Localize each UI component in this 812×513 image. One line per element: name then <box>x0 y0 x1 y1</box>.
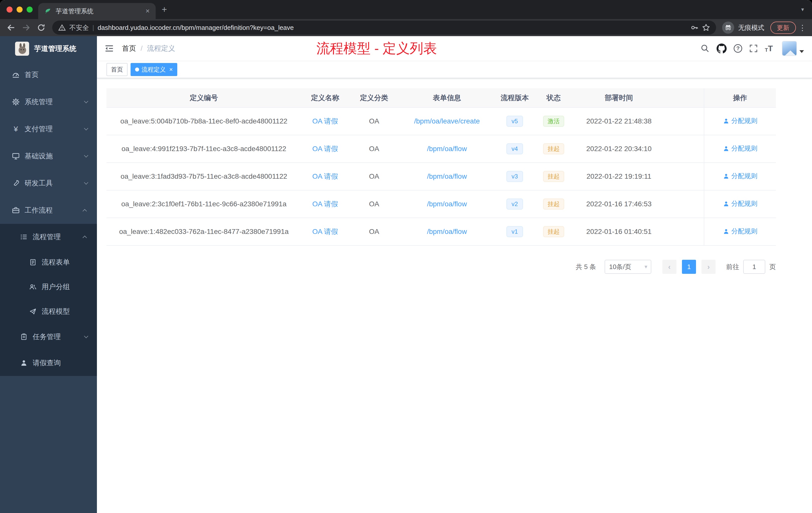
sidebar-item-user-group[interactable]: 用户分组 <box>0 275 97 299</box>
window-close-button[interactable] <box>6 6 12 12</box>
sidebar-fold-icon[interactable] <box>105 44 114 53</box>
app-logo <box>15 42 29 56</box>
sidebar-item-process-form[interactable]: 流程表单 <box>0 250 97 275</box>
reload-button[interactable] <box>34 21 48 35</box>
app-root: 芋道管理系统 首页 系统管理 ¥ 支付 <box>0 36 812 513</box>
forward-button[interactable] <box>19 21 33 35</box>
tag-close-icon[interactable]: × <box>169 66 173 73</box>
cell-version: v5 <box>495 108 535 135</box>
cell-definition-id: oa_leave:3:1fad3d93-7b75-11ec-a3c8-acde4… <box>107 163 301 190</box>
person-icon <box>20 359 28 367</box>
github-icon[interactable] <box>717 43 727 54</box>
new-tab-button[interactable]: + <box>162 5 167 14</box>
col-operation: 操作 <box>704 88 776 108</box>
update-button[interactable]: 更新 <box>770 22 796 34</box>
cell-version: v4 <box>495 135 535 163</box>
sidebar-item-process-management[interactable]: 流程管理 <box>0 224 97 250</box>
browser-menu-icon[interactable]: ⋮ <box>797 23 808 32</box>
search-icon[interactable] <box>700 44 709 53</box>
definition-name-link[interactable]: OA 请假 <box>312 200 338 208</box>
cell-operation: 分配规则 <box>704 135 776 163</box>
sidebar-item-task-management[interactable]: 任务管理 <box>0 324 97 350</box>
table-row: oa_leave:4:991f2193-7b7f-11ec-a3c8-acde4… <box>107 135 776 163</box>
fullscreen-icon[interactable] <box>749 44 758 53</box>
tools-icon <box>11 179 20 187</box>
url-text: dashboard.yudao.iocoder.cn/bpm/manager/d… <box>98 24 687 32</box>
goto-page-input[interactable] <box>743 260 765 274</box>
form-info-link[interactable]: /bpm/oa/flow <box>427 200 467 208</box>
back-button[interactable] <box>4 21 18 35</box>
gear-icon <box>11 98 20 106</box>
tab-search-icon[interactable]: ▾ <box>801 6 804 13</box>
definition-name-link[interactable]: OA 请假 <box>312 117 338 125</box>
breadcrumb-home[interactable]: 首页 <box>122 44 136 53</box>
window-minimize-button[interactable] <box>17 6 23 12</box>
user-menu[interactable] <box>782 41 804 56</box>
table-body: oa_leave:5:004b710b-7b8a-11ec-8ef0-acde4… <box>107 108 776 245</box>
security-warning-icon[interactable] <box>58 24 66 31</box>
definition-name-link[interactable]: OA 请假 <box>312 145 338 153</box>
assign-rule-link[interactable]: 分配规则 <box>723 144 757 153</box>
col-definition-id: 定义编号 <box>107 88 301 108</box>
sidebar-item-process-model[interactable]: 流程模型 <box>0 299 97 324</box>
chevron-down-icon <box>84 99 88 103</box>
window-controls <box>6 6 33 12</box>
status-tag: 激活 <box>543 116 564 127</box>
sidebar-item-leave-query[interactable]: 请假查询 <box>0 350 97 376</box>
breadcrumb-separator: / <box>141 44 143 53</box>
briefcase-icon <box>11 206 20 214</box>
version-tag: v2 <box>506 199 523 210</box>
user-icon <box>723 228 729 235</box>
table-row: oa_leave:5:004b710b-7b8a-11ec-8ef0-acde4… <box>107 108 776 135</box>
address-bar[interactable]: 不安全 | dashboard.yudao.iocoder.cn/bpm/man… <box>52 21 716 35</box>
definition-name-link[interactable]: OA 请假 <box>312 228 338 235</box>
help-icon[interactable]: ? <box>734 44 742 53</box>
cell-deploy-time: 2022-01-16 01:40:51 <box>573 218 665 245</box>
prev-page-button[interactable]: ‹ <box>662 260 676 274</box>
assign-rule-link[interactable]: 分配规则 <box>723 172 757 180</box>
window-zoom-button[interactable] <box>27 6 33 12</box>
select-caret-icon: ▾ <box>644 264 647 270</box>
sidebar-item-home[interactable]: 首页 <box>0 61 97 88</box>
cell-spacer <box>665 163 704 190</box>
form-info-link[interactable]: /bpm/oa/flow <box>427 173 467 180</box>
form-info-link[interactable]: /bpm/oa/flow <box>427 228 467 235</box>
incognito-badge: 无痕模式 <box>722 22 764 34</box>
definition-name-link[interactable]: OA 请假 <box>312 173 338 180</box>
pagination-total: 共 5 条 <box>576 263 596 271</box>
page-size-select[interactable]: 10条/页 ▾ <box>605 260 651 274</box>
sidebar-item-infrastructure[interactable]: 基础设施 <box>0 143 97 170</box>
user-avatar[interactable] <box>782 41 797 56</box>
form-info-link[interactable]: /bpm/oa/leave/create <box>414 117 480 125</box>
sidebar-item-devtools[interactable]: 研发工具 <box>0 170 97 197</box>
col-definition-name: 定义名称 <box>301 88 349 108</box>
tag-home[interactable]: 首页 <box>107 63 127 76</box>
goto-label: 前往 <box>726 263 739 271</box>
form-info-link[interactable]: /bpm/oa/flow <box>427 145 467 153</box>
user-icon <box>723 145 729 152</box>
cell-category: OA <box>349 163 399 190</box>
version-tag: v5 <box>506 116 523 127</box>
assign-rule-link[interactable]: 分配规则 <box>723 199 757 208</box>
sidebar-item-workflow[interactable]: 工作流程 <box>0 197 97 224</box>
pagination: 共 5 条 10条/页 ▾ ‹ 1 › 前往 页 <box>107 260 776 274</box>
assign-rule-link[interactable]: 分配规则 <box>723 227 757 236</box>
bookmark-star-icon[interactable] <box>702 24 710 32</box>
assign-rule-link[interactable]: 分配规则 <box>723 117 757 125</box>
list-icon <box>20 233 28 241</box>
cell-definition-id: oa_leave:5:004b710b-7b8a-11ec-8ef0-acde4… <box>107 108 301 135</box>
font-size-icon[interactable]: TT <box>765 44 773 53</box>
tag-process-definition[interactable]: 流程定义 × <box>130 63 177 76</box>
tags-view-bar: 首页 流程定义 × <box>97 61 812 78</box>
current-page-button[interactable]: 1 <box>682 260 696 274</box>
tab-close-icon[interactable]: × <box>144 7 152 15</box>
cell-definition-name: OA 请假 <box>301 218 349 245</box>
browser-tab[interactable]: 芋道管理系统 × <box>38 3 156 19</box>
cell-category: OA <box>349 135 399 163</box>
next-page-button[interactable]: › <box>701 260 716 274</box>
breadcrumb: 首页 / 流程定义 <box>122 44 175 53</box>
password-key-icon[interactable] <box>691 24 698 32</box>
sidebar-item-payment[interactable]: ¥ 支付管理 <box>0 116 97 143</box>
sidebar-item-system[interactable]: 系统管理 <box>0 88 97 116</box>
cell-category: OA <box>349 108 399 135</box>
